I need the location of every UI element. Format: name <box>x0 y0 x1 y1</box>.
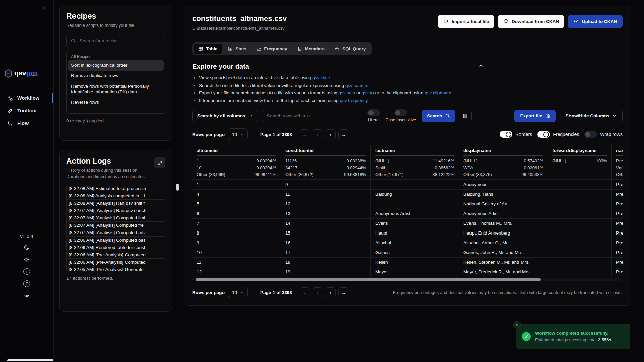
recipe-item[interactable]: Sort in lexicographical order <box>68 60 164 71</box>
settings-button[interactable] <box>23 256 31 263</box>
bullet-text: View spreadsheet data in an interactive … <box>199 75 312 80</box>
table-cell <box>548 228 612 238</box>
sidebar-item-toolbox[interactable]: Toolbox <box>0 105 53 117</box>
table-cell: Kellen <box>371 257 459 267</box>
qsv-command-link[interactable]: qsv clipboard <box>425 90 451 95</box>
toggle-switch[interactable] <box>500 131 512 138</box>
previous-page-button[interactable]: ‹ <box>313 287 323 297</box>
bullet-text: Search the entire file for a literal val… <box>199 83 345 88</box>
table-cell: Gaines, John R., Mr. and Mrs. <box>459 248 548 257</box>
log-entry: [8:32:07 AM] [Analysis] Ran qsv sortch <box>66 207 165 214</box>
row-search-box[interactable] <box>262 110 361 122</box>
scroll-left-arrow-icon[interactable]: ‹ <box>192 278 193 281</box>
row-search-input[interactable] <box>266 113 357 119</box>
scroll-right-arrow-icon[interactable]: › <box>622 278 623 281</box>
frequency-row: Smith0.38562% <box>375 165 454 172</box>
collapse-sidebar-icon <box>42 5 48 11</box>
qsv-command-link[interactable]: qsv frequency <box>340 98 368 103</box>
sprout-icon <box>23 293 30 299</box>
last-page-button[interactable]: → <box>338 129 348 139</box>
file-path: D:\datasets\example\constituents_altname… <box>192 25 287 31</box>
table-cell: 6 <box>192 209 281 218</box>
table-cell: National Gallery of Art <box>459 199 548 209</box>
recipe-search-input[interactable] <box>79 38 161 44</box>
next-page-button[interactable]: › <box>326 129 336 139</box>
header-underline <box>463 155 543 156</box>
help-icon: ? <box>23 280 30 287</box>
first-page-button[interactable]: ← <box>300 129 310 139</box>
sidebar-nav: WorkflowToolboxFlow <box>0 92 53 130</box>
recipes-panel: Recipes Reusable scripts to modify your … <box>59 5 172 141</box>
recipe-item[interactable]: Remove rows with potential Personally Id… <box>68 81 164 97</box>
toast-close-button[interactable]: × <box>513 321 521 328</box>
collapse-sidebar-button[interactable] <box>40 3 49 13</box>
tab-frequency[interactable]: Frequency <box>252 44 292 54</box>
help-button[interactable]: ? <box>23 280 31 287</box>
qsv-command-link[interactable]: qsv sqlp <box>339 90 355 95</box>
feedback-button[interactable] <box>23 292 31 299</box>
recipe-item[interactable]: Remove duplicate rows <box>68 71 164 81</box>
tab-table[interactable]: Table <box>194 44 222 54</box>
table-cell: Evans <box>371 218 459 228</box>
cloud-download-icon <box>503 19 509 24</box>
table-cell: Pre <box>612 228 623 238</box>
rows-per-page-select[interactable]: 10 <box>228 128 248 140</box>
next-page-button[interactable]: › <box>326 287 336 297</box>
import-local-file-button[interactable]: Import a local file <box>438 15 494 28</box>
qsv-command-link[interactable]: qsv search <box>345 83 367 88</box>
show-hide-columns-button[interactable]: Show/Hide Columns <box>560 110 623 122</box>
toggle-switch[interactable] <box>584 131 597 138</box>
rows-per-page-select-bottom[interactable]: 10 <box>228 287 248 298</box>
table-cell: Haupt <box>371 228 459 238</box>
search-column-selector[interactable]: Search by all columns <box>192 110 258 122</box>
sidebar-item-workflow[interactable]: Workflow <box>0 92 53 104</box>
expand-logs-button[interactable] <box>154 157 165 168</box>
tab-sql-query[interactable]: SQL Query <box>330 44 370 54</box>
tab-metadata[interactable]: Metadata <box>293 44 330 54</box>
tab-stats[interactable]: Stats <box>223 44 251 54</box>
view-toggle-borders: Borders <box>500 131 532 138</box>
toggle-switch[interactable] <box>537 131 550 138</box>
sidebar-item-label: Toolbox <box>17 108 36 113</box>
download-from-ckan-button[interactable]: Download from CKAN <box>498 15 564 28</box>
save-search-button[interactable] <box>459 110 472 122</box>
table-cell: 1 <box>192 179 281 189</box>
previous-page-button[interactable]: ‹ <box>313 129 323 139</box>
qsv-command-link[interactable]: qsv slice <box>312 75 330 80</box>
info-button[interactable]: i <box>23 268 31 275</box>
last-page-button[interactable]: → <box>338 287 348 297</box>
table-cell: Pre <box>612 248 623 257</box>
table-cell <box>548 238 612 248</box>
upload-to-ckan-button[interactable]: Upload to CKAN <box>568 15 623 28</box>
recipe-item[interactable]: Reverse rows <box>68 97 164 108</box>
toast-subtitle: Estimated total processing time: 2.556s <box>535 337 611 342</box>
log-entry: [8:32:08 AM] Estimated total processin <box>66 185 165 192</box>
info-icon: i <box>23 268 30 275</box>
bullet-text: . <box>367 83 368 88</box>
dark-mode-button[interactable] <box>23 244 31 251</box>
toggle-label: Literal <box>368 118 380 122</box>
sidebar-item-label: Flow <box>17 121 29 126</box>
table-cell: 5 <box>192 199 281 209</box>
first-page-button[interactable]: ← <box>300 287 310 297</box>
qsv-command-link[interactable]: qsv to <box>362 90 374 95</box>
view-toggles: BordersFrequenciesWrap rows <box>494 131 623 138</box>
table-cell: 4 <box>192 189 281 199</box>
document-icon <box>297 46 302 51</box>
toggle-switch[interactable] <box>394 109 407 116</box>
sidebar-item-flow[interactable]: Flow <box>0 117 53 130</box>
frequency-row: 342170.02944% <box>285 165 366 172</box>
export-file-button[interactable]: Export file <box>514 110 556 122</box>
table-cell: Altschul <box>371 238 459 248</box>
search-button[interactable]: Search <box>422 110 455 122</box>
column-header-displayname: displayname(NULL)0.57402%WPA0.02061%Othe… <box>459 145 548 179</box>
frequency-row: (NULL)100% <box>552 158 607 165</box>
scrollbar-track[interactable] <box>195 278 621 281</box>
collapse-explore-button[interactable] <box>476 63 486 69</box>
toggle-switch[interactable] <box>367 109 380 116</box>
recipe-search-box[interactable] <box>66 34 165 47</box>
panel-resize-handle[interactable] <box>176 184 179 191</box>
hammer-icon <box>7 108 13 114</box>
toggle-label: Wrap rows <box>600 132 623 137</box>
scrollbar-thumb[interactable] <box>196 278 541 281</box>
